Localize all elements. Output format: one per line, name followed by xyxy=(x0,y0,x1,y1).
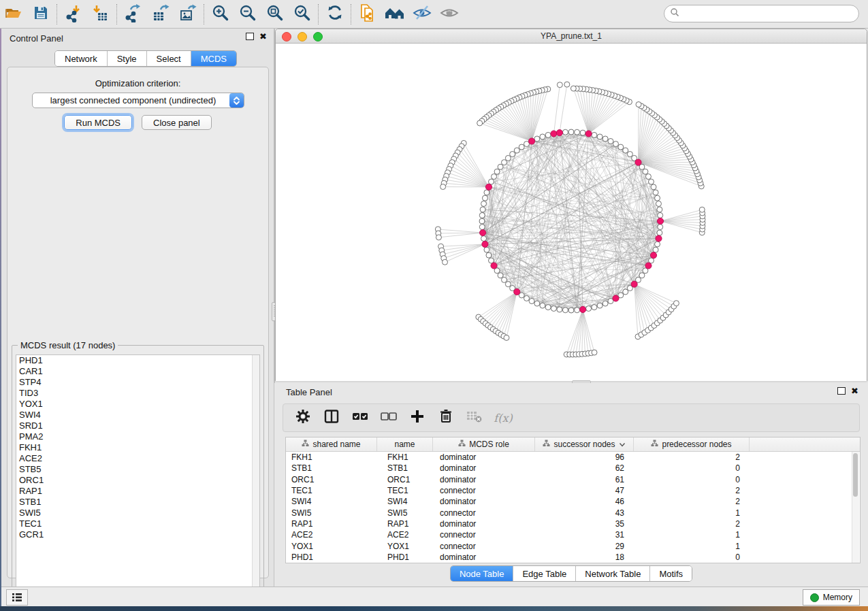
delete-rows-button[interactable] xyxy=(433,406,459,430)
save-button[interactable] xyxy=(27,3,54,26)
result-node-item[interactable]: STB5 xyxy=(16,464,259,475)
add-row-button[interactable] xyxy=(404,406,430,430)
table-row[interactable]: SWI5SWI5connector431 xyxy=(286,507,860,518)
export-network-button[interactable] xyxy=(120,3,147,26)
refresh-button[interactable] xyxy=(321,3,349,26)
table-row[interactable]: FKH1FKH1dominator962 xyxy=(286,452,860,463)
zoom-out-button[interactable] xyxy=(234,3,261,26)
network-window-titlebar[interactable]: YPA_prune.txt_1 xyxy=(276,29,867,44)
table-row[interactable]: ORC1ORC1dominator610 xyxy=(286,474,860,485)
column-header-label: name xyxy=(394,440,415,449)
node-table-body: FKH1FKH1dominator962STB1STB1dominator620… xyxy=(286,452,860,563)
result-node-item[interactable]: STP4 xyxy=(16,377,259,388)
zoom-in-button[interactable] xyxy=(207,3,234,26)
close-panel-icon[interactable]: ✖ xyxy=(259,33,267,40)
close-table-panel-icon[interactable]: ✖ xyxy=(851,387,858,395)
result-node-item[interactable]: YOX1 xyxy=(16,399,259,410)
tab-mcds[interactable]: MCDS xyxy=(191,51,236,66)
tab-node-table[interactable]: Node Table xyxy=(451,566,514,581)
desktop-wallpaper-edge xyxy=(0,29,1,606)
toolbar-separator xyxy=(351,4,352,24)
result-node-item[interactable]: RAP1 xyxy=(16,486,259,497)
memory-button[interactable]: Memory xyxy=(803,589,860,606)
tab-edge-table[interactable]: Edge Table xyxy=(513,566,576,581)
settings-gear-button[interactable] xyxy=(290,406,316,430)
show-all-icon xyxy=(384,3,406,25)
table-panel: Table Panel ✖ f(x) shared namenameMCDS r… xyxy=(274,383,868,587)
table-cell-predecessor-nodes: 0 xyxy=(634,463,750,473)
tab-network[interactable]: Network xyxy=(55,51,108,66)
close-panel-button[interactable]: Close panel xyxy=(142,115,212,130)
tab-style[interactable]: Style xyxy=(108,51,147,66)
add-row-icon xyxy=(409,408,425,427)
table-row[interactable]: YOX1YOX1connector291 xyxy=(286,540,860,551)
run-mcds-button[interactable]: Run MCDS xyxy=(64,115,132,130)
select-all-button[interactable] xyxy=(347,406,373,430)
float-panel-icon[interactable] xyxy=(246,33,254,40)
desktop-wallpaper xyxy=(0,606,868,611)
result-node-item[interactable]: TID3 xyxy=(16,388,259,399)
mcds-result-list[interactable]: PHD1CAR1STP4TID3YOX1SWI4SRD1PMA2FKH1ACE2… xyxy=(16,354,260,595)
table-cell-MCDS-role: connector xyxy=(433,508,535,518)
application-window: Control Panel ✖ NetworkStyleSelectMCDS O… xyxy=(0,0,868,611)
table-cell-predecessor-nodes: 2 xyxy=(634,452,750,462)
zoom-fit-button[interactable] xyxy=(261,3,289,26)
tab-motifs[interactable]: Motifs xyxy=(650,566,692,581)
import-network-button[interactable] xyxy=(60,3,87,26)
table-panel-titlebar: Table Panel ✖ xyxy=(274,383,868,401)
result-node-item[interactable]: CAR1 xyxy=(16,366,259,377)
table-cell-predecessor-nodes: 0 xyxy=(634,475,750,484)
table-cell-name: PHD1 xyxy=(377,552,433,562)
table-row[interactable]: PHD1PHD1dominator180 xyxy=(286,552,860,563)
export-table-button[interactable] xyxy=(147,3,174,26)
column-header-shared-name[interactable]: shared name xyxy=(286,437,377,451)
result-node-item[interactable]: PMA2 xyxy=(16,431,259,442)
show-all-button[interactable] xyxy=(381,3,408,26)
open-folder-button[interactable] xyxy=(0,3,27,26)
table-cell-successor-nodes: 35 xyxy=(535,519,634,529)
column-header-MCDS-role[interactable]: MCDS role xyxy=(433,437,535,451)
export-table-icon xyxy=(151,3,170,25)
split-columns-button[interactable] xyxy=(319,406,344,430)
result-node-item[interactable]: SWI4 xyxy=(16,410,259,420)
ui-settings-button[interactable] xyxy=(6,589,28,606)
table-cell-name: SWI5 xyxy=(377,508,433,518)
network-canvas[interactable] xyxy=(276,44,867,381)
table-cell-shared-name: STB1 xyxy=(286,463,377,473)
result-node-item[interactable]: SWI5 xyxy=(16,508,259,518)
result-node-item[interactable]: FKH1 xyxy=(16,442,259,453)
tab-network-table[interactable]: Network Table xyxy=(576,566,650,581)
result-node-item[interactable]: GCR1 xyxy=(16,529,259,540)
column-header-successor-nodes[interactable]: successor nodes xyxy=(535,437,634,451)
result-list-scrollbar[interactable] xyxy=(252,355,259,593)
hide-selected-button[interactable] xyxy=(408,3,436,26)
result-node-item[interactable]: PHD1 xyxy=(16,355,259,366)
search-input[interactable] xyxy=(664,5,859,22)
column-header-name[interactable]: name xyxy=(377,437,433,451)
table-row[interactable]: RAP1RAP1dominator352 xyxy=(286,518,860,529)
export-image-button[interactable] xyxy=(174,3,202,26)
clone-network-button[interactable] xyxy=(354,3,381,26)
table-row[interactable]: ACE2ACE2connector311 xyxy=(286,529,860,540)
result-node-item[interactable]: TEC1 xyxy=(16,518,259,529)
table-scrollbar[interactable] xyxy=(852,452,859,563)
sort-descending-icon xyxy=(619,440,626,449)
table-row[interactable]: SWI4SWI4dominator462 xyxy=(286,496,860,507)
import-table-button[interactable] xyxy=(87,3,114,26)
deselect-all-button[interactable] xyxy=(376,406,402,430)
result-node-item[interactable]: SRD1 xyxy=(16,420,259,431)
table-row[interactable]: TEC1TEC1connector472 xyxy=(286,485,860,496)
zoom-selected-button[interactable] xyxy=(289,3,316,26)
table-cell-predecessor-nodes: 2 xyxy=(634,519,750,529)
table-cell-MCDS-role: connector xyxy=(433,542,535,551)
table-scrollbar-thumb[interactable] xyxy=(853,453,858,497)
table-row[interactable]: STB1STB1dominator620 xyxy=(286,463,860,474)
result-node-item[interactable]: ACE2 xyxy=(16,453,259,464)
result-node-item[interactable]: ORC1 xyxy=(16,475,259,486)
float-table-panel-icon[interactable] xyxy=(837,387,846,395)
tab-select[interactable]: Select xyxy=(147,51,191,66)
optimization-select[interactable]: largest connected component (undirected) xyxy=(32,93,244,108)
column-header-predecessor-nodes[interactable]: predecessor nodes xyxy=(634,437,750,451)
result-node-item[interactable]: STB1 xyxy=(16,497,259,508)
list-icon xyxy=(12,593,22,602)
